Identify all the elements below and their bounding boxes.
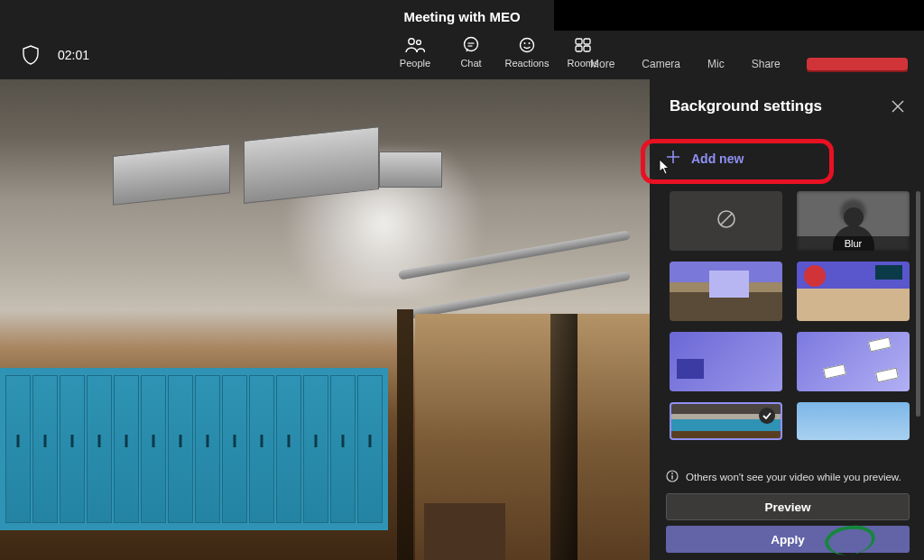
svg-line-13: [720, 214, 732, 225]
people-label: People: [400, 58, 430, 69]
svg-rect-16: [671, 475, 672, 480]
people-button[interactable]: People: [395, 36, 435, 69]
video-preview: [0, 79, 650, 560]
bg-option-blur[interactable]: Blur: [797, 191, 910, 251]
preview-button[interactable]: Preview: [666, 493, 910, 520]
info-icon: [666, 470, 679, 484]
svg-rect-10: [576, 46, 582, 51]
background-options-grid: Blur: [670, 191, 910, 440]
meeting-info: 02:01: [22, 45, 89, 65]
svg-point-1: [417, 41, 421, 45]
bg-option-image-1[interactable]: [670, 262, 782, 321]
leave-button[interactable]: [807, 58, 908, 72]
extra-toolbar: More Camera Mic Share: [590, 58, 781, 70]
none-icon: [716, 209, 736, 233]
svg-point-0: [409, 39, 414, 44]
svg-point-7: [529, 42, 531, 44]
share-button[interactable]: Share: [752, 58, 781, 70]
svg-point-5: [521, 39, 534, 52]
bg-option-image-3[interactable]: [670, 332, 782, 391]
plus-icon: [666, 150, 680, 168]
apply-label: Apply: [771, 533, 805, 546]
apply-button[interactable]: Apply: [666, 526, 910, 553]
bg-option-none[interactable]: [670, 191, 782, 251]
more-button[interactable]: More: [590, 58, 614, 70]
mic-button[interactable]: Mic: [707, 58, 725, 70]
chat-button[interactable]: Chat: [451, 36, 491, 69]
blur-label: Blur: [797, 236, 910, 251]
svg-point-15: [671, 473, 673, 474]
shield-icon[interactable]: [22, 45, 40, 65]
checkmark-icon: [759, 408, 775, 424]
svg-rect-9: [584, 39, 590, 44]
obscured-region: [554, 0, 924, 31]
preview-label: Preview: [764, 500, 810, 514]
meeting-top-bar: Meeting with MEO 02:01 People Chat React…: [0, 0, 924, 79]
add-new-button[interactable]: Add new: [666, 150, 744, 168]
bg-option-image-2[interactable]: [797, 262, 910, 321]
meeting-toolbar: People Chat Reactions Rooms: [395, 36, 603, 69]
panel-scrollbar[interactable]: [916, 191, 920, 417]
svg-rect-11: [584, 46, 590, 51]
meeting-timer: 02:01: [58, 48, 89, 62]
reactions-button[interactable]: Reactions: [507, 36, 547, 69]
background-settings-panel: Background settings Add new Blur: [650, 79, 924, 560]
annotation-circle: [823, 522, 877, 557]
panel-title: Background settings: [670, 97, 822, 115]
preview-info: Others won't see your video while you pr…: [666, 470, 910, 484]
preview-info-text: Others won't see your video while you pr…: [686, 472, 901, 482]
bg-option-image-6[interactable]: [797, 402, 910, 440]
reactions-label: Reactions: [505, 58, 550, 69]
camera-button[interactable]: Camera: [642, 58, 680, 70]
bg-option-image-5-selected[interactable]: [670, 402, 782, 440]
close-icon[interactable]: [892, 100, 904, 113]
svg-point-2: [465, 38, 478, 51]
add-new-label: Add new: [691, 151, 744, 166]
svg-rect-8: [576, 39, 582, 44]
svg-point-6: [524, 42, 526, 44]
bg-option-image-4[interactable]: [797, 332, 910, 391]
chat-label: Chat: [460, 58, 481, 69]
